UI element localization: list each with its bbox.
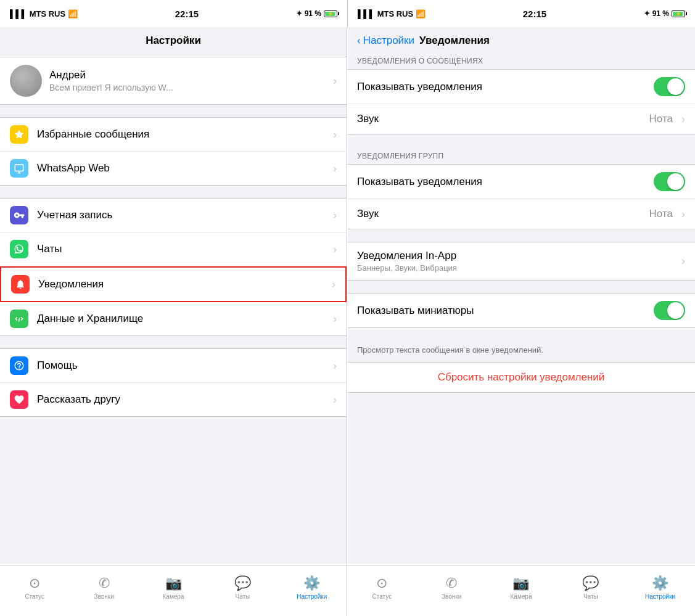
group-sound-chevron: ›: [681, 208, 685, 221]
right-camera-tab-label: Камера: [511, 593, 532, 600]
bluetooth-icon: ✦: [296, 9, 302, 18]
left-tab-camera[interactable]: 📷 Камера: [139, 575, 208, 600]
right-title: Уведомления: [419, 35, 490, 47]
battery-icon: ⚡: [324, 10, 337, 17]
main-container: Настройки Андрей Всем привет! Я использу…: [0, 27, 695, 616]
settings-item-tell-friend[interactable]: Рассказать другу ›: [0, 383, 347, 416]
right-group-inapp: Уведомления In-App Баннеры, Звуки, Вибра…: [347, 242, 695, 281]
right-chats-tab-label: Чаты: [583, 593, 598, 600]
left-panel: Настройки Андрей Всем привет! Я использу…: [0, 27, 347, 616]
thumbnails-toggle[interactable]: [654, 301, 685, 320]
left-tab-status[interactable]: ⊙ Статус: [0, 575, 69, 600]
show-notifications-label: Показывать уведомления: [357, 81, 654, 93]
profile-status: Всем привет! Я использую W...: [49, 83, 328, 92]
right-wifi-icon: 📶: [416, 9, 426, 18]
settings-item-notifications[interactable]: Уведомления ›: [0, 266, 347, 302]
right-battery-area: ✦ 91 % ⚡: [644, 9, 685, 18]
calls-tab-icon: ✆: [99, 575, 110, 591]
inapp-subtitle: Баннеры, Звуки, Вибрация: [357, 263, 676, 273]
show-group-notifications-toggle[interactable]: [654, 172, 685, 191]
data-chevron: ›: [333, 313, 337, 326]
settings-item-chats[interactable]: Чаты ›: [0, 232, 347, 266]
status-tab-icon: ⊙: [29, 575, 40, 591]
right-calls-tab-label: Звонки: [442, 593, 461, 600]
settings-item-data[interactable]: Данные и Хранилище ›: [0, 302, 347, 335]
reset-button[interactable]: Сбросить настройки уведомлений: [347, 362, 695, 393]
right-battery-percent: 91 %: [652, 9, 669, 18]
right-chats-tab-icon: 💬: [582, 575, 599, 591]
sound-label: Звук: [357, 113, 649, 125]
help-icon: [10, 356, 28, 375]
group-sound-value: Нота: [649, 208, 673, 220]
show-group-notifications-item[interactable]: Показывать уведомления: [347, 165, 695, 199]
settings-item-whatsappweb[interactable]: WhatsApp Web ›: [0, 152, 347, 185]
right-panel: ‹ Настройки Уведомления УВЕДОМЛЕНИЯ О СО…: [347, 27, 695, 616]
carrier-name: MTS RUS: [30, 9, 66, 18]
inapp-text: Уведомления In-App Баннеры, Звуки, Вибра…: [357, 250, 676, 273]
left-battery-area: ✦ 91 % ⚡: [296, 9, 337, 18]
calls-tab-label: Звонки: [94, 593, 113, 600]
show-notifications-toggle[interactable]: [654, 77, 685, 96]
settings-group-1: Избранные сообщения › WhatsApp Web ›: [0, 117, 347, 186]
group-sound-label: Звук: [357, 208, 649, 220]
profile-info: Андрей Всем привет! Я использую W...: [49, 69, 328, 92]
right-tab-bar: ⊙ Статус ✆ Звонки 📷 Камера 💬 Чаты ⚙️: [347, 565, 695, 616]
right-tab-settings[interactable]: ⚙️ Настройки: [625, 575, 695, 600]
account-label: Учетная запись: [37, 209, 328, 221]
left-tabs: ⊙ Статус ✆ Звонки 📷 Камера 💬 Чаты ⚙️: [0, 565, 347, 616]
settings-group-3: Помощь › Рассказать другу ›: [0, 348, 347, 417]
inapp-chevron: ›: [681, 255, 685, 268]
settings-tab-label: Настройки: [297, 593, 327, 600]
profile-row[interactable]: Андрей Всем привет! Я использую W... ›: [0, 57, 347, 105]
bell-icon: [11, 275, 30, 294]
reset-label: Сбросить настройки уведомлений: [438, 371, 605, 383]
right-tab-status[interactable]: ⊙ Статус: [347, 575, 417, 600]
left-tab-chats[interactable]: 💬 Чаты: [208, 575, 277, 600]
right-carrier-name: MTS RUS: [377, 9, 414, 18]
right-settings-tab-icon: ⚙️: [652, 575, 668, 591]
right-tab-chats[interactable]: 💬 Чаты: [556, 575, 625, 600]
sound-item[interactable]: Звук Нота ›: [347, 104, 695, 134]
sound-chevron: ›: [681, 113, 685, 126]
back-button[interactable]: ‹ Настройки: [357, 35, 414, 47]
whatsappweb-chevron: ›: [333, 162, 337, 175]
signal-icon: ▌▌▌: [10, 9, 27, 18]
section-header-messages: УВЕДОМЛЕНИЯ О СООБЩЕНИЯХ: [347, 52, 695, 69]
show-notifications-item[interactable]: Показывать уведомления: [347, 70, 695, 104]
right-content: УВЕДОМЛЕНИЯ О СООБЩЕНИЯХ Показывать увед…: [347, 52, 695, 565]
settings-item-starred[interactable]: Избранные сообщения ›: [0, 118, 347, 152]
group-sound-item[interactable]: Звук Нота ›: [347, 199, 695, 229]
settings-item-account[interactable]: Учетная запись ›: [0, 199, 347, 232]
camera-tab-icon: 📷: [165, 575, 182, 591]
right-tabs: ⊙ Статус ✆ Звонки 📷 Камера 💬 Чаты ⚙️: [347, 565, 695, 616]
settings-item-help[interactable]: Помощь ›: [0, 349, 347, 383]
back-chevron: ‹: [357, 35, 361, 47]
thumbnails-label: Показывать миниатюры: [357, 305, 654, 317]
right-tab-camera[interactable]: 📷 Камера: [487, 575, 556, 600]
thumbnails-note: Просмотр текста сообщения в окне уведомл…: [347, 340, 695, 362]
tell-friend-label: Рассказать другу: [37, 393, 328, 406]
thumbnails-item[interactable]: Показывать миниатюры: [347, 294, 695, 327]
left-tab-settings[interactable]: ⚙️ Настройки: [278, 575, 347, 600]
profile-chevron: ›: [333, 75, 337, 88]
chats-tab-icon: 💬: [234, 575, 251, 591]
status-tab-label: Статус: [25, 593, 44, 600]
tell-friend-chevron: ›: [333, 393, 337, 406]
camera-tab-label: Камера: [163, 593, 184, 600]
left-status-bar: ▌▌▌ MTS RUS 📶 22:15 ✦ 91 % ⚡: [0, 0, 347, 27]
right-tab-calls[interactable]: ✆ Звонки: [417, 575, 487, 600]
toggle-thumb: [667, 78, 684, 95]
inapp-label: Уведомления In-App: [357, 250, 676, 262]
left-tab-calls[interactable]: ✆ Звонки: [69, 575, 138, 600]
right-calls-tab-icon: ✆: [446, 575, 457, 591]
left-title: Настройки: [146, 35, 201, 46]
right-settings-tab-label: Настройки: [645, 593, 675, 600]
settings-group-2: Учетная запись › Чаты › Уведомления ›: [0, 198, 347, 336]
inapp-notifications-item[interactable]: Уведомления In-App Баннеры, Звуки, Вибра…: [347, 242, 695, 280]
sound-value: Нота: [649, 113, 673, 125]
right-bluetooth-icon: ✦: [644, 9, 650, 18]
left-tab-bar: ⊙ Статус ✆ Звонки 📷 Камера 💬 Чаты ⚙️: [0, 565, 347, 616]
account-chevron: ›: [333, 209, 337, 222]
chats-tab-label: Чаты: [236, 593, 250, 600]
data-label: Данные и Хранилище: [37, 313, 328, 325]
